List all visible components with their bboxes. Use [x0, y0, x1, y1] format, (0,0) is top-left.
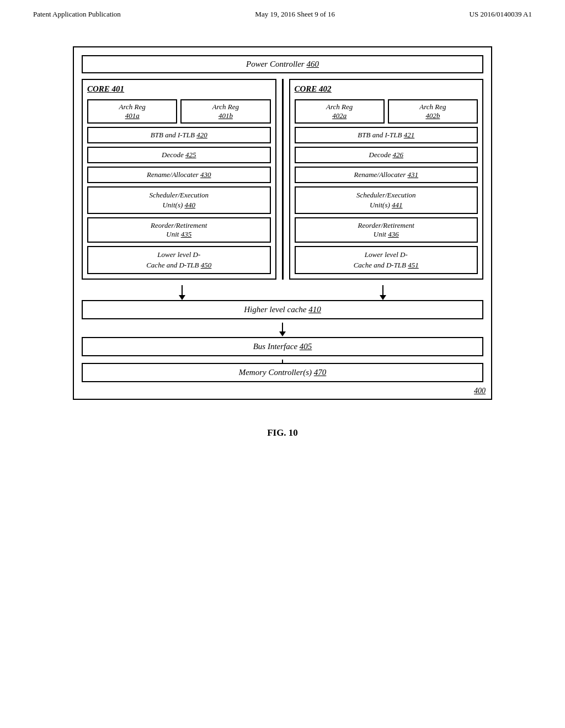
cores-row: CORE 401 Arch Reg 401a Arch Reg 401b BTB…: [82, 79, 483, 280]
arrow-line-right: [382, 285, 383, 295]
power-controller-number: 460: [306, 60, 319, 68]
bus-interface-box: Bus Interface 405: [82, 337, 483, 356]
core2-reorder: Reorder/Retirement Unit 436: [295, 217, 478, 243]
arrow-head-left: [179, 295, 185, 300]
page-header: Patent Application Publication May 19, 2…: [0, 0, 565, 24]
core1-title: CORE 401: [87, 84, 271, 94]
core-divider: [282, 79, 284, 280]
arrow-head-right: [380, 295, 386, 300]
arrows-to-higher-cache: [82, 285, 483, 300]
core2-arch-reg-row: Arch Reg 402a Arch Reg 402b: [295, 99, 478, 124]
core2-lower-cache: Lower level D- Cache and D-TLB 451: [295, 246, 478, 274]
power-controller-box: Power Controller 460: [82, 55, 483, 73]
page-content: 400 Power Controller 460 CORE 401 Arch R…: [0, 24, 565, 449]
core1-arch-reg1: Arch Reg 401a: [87, 99, 177, 124]
core2-box: CORE 402 Arch Reg 402a Arch Reg 402b BTB…: [289, 79, 484, 280]
core2-arch-reg2: Arch Reg 402b: [388, 99, 478, 124]
core1-reorder: Reorder/Retirement Unit 435: [87, 217, 271, 243]
higher-cache-box: Higher level cache 410: [82, 300, 483, 319]
header-center: May 19, 2016 Sheet 9 of 16: [255, 10, 335, 19]
core1-rename: Rename/Allocater 430: [87, 167, 271, 183]
core2-scheduler: Scheduler/Execution Unit(s) 441: [295, 186, 478, 214]
arrow-line-left: [182, 285, 183, 295]
core1-lower-cache: Lower level D- Cache and D-TLB 450: [87, 246, 271, 274]
memory-controller-box: Memory Controller(s) 470: [82, 363, 483, 382]
core1-arch-reg-row: Arch Reg 401a Arch Reg 401b: [87, 99, 271, 124]
line-to-memory: [282, 360, 283, 363]
arrow-head-bus: [279, 331, 286, 336]
diagram-label-400: 400: [474, 387, 486, 395]
core1-box: CORE 401 Arch Reg 401a Arch Reg 401b BTB…: [82, 79, 276, 280]
core2-rename: Rename/Allocater 431: [295, 167, 478, 183]
core2-title: CORE 402: [295, 84, 478, 94]
arrow-line-bus: [282, 323, 283, 331]
header-right: US 2016/0140039 A1: [470, 10, 532, 19]
core1-scheduler: Scheduler/Execution Unit(s) 440: [87, 186, 271, 214]
arrow-down-left: [179, 285, 185, 300]
fig-caption: FIG. 10: [267, 427, 298, 438]
diagram-outer: 400 Power Controller 460 CORE 401 Arch R…: [73, 46, 492, 400]
core1-decode: Decode 425: [87, 147, 271, 163]
core2-decode: Decode 426: [295, 147, 478, 163]
arrow-left-col: [82, 285, 282, 300]
core2-btb: BTB and I-TLB 421: [295, 127, 478, 143]
core2-arch-reg1: Arch Reg 402a: [295, 99, 385, 124]
arrow-right-col: [282, 285, 483, 300]
core1-btb: BTB and I-TLB 420: [87, 127, 271, 143]
core1-arch-reg2: Arch Reg 401b: [180, 99, 270, 124]
header-left: Patent Application Publication: [33, 10, 121, 19]
arrow-down-right: [380, 285, 386, 300]
arrow-to-bus: [82, 323, 483, 336]
power-controller-label: Power Controller 460: [246, 60, 319, 68]
